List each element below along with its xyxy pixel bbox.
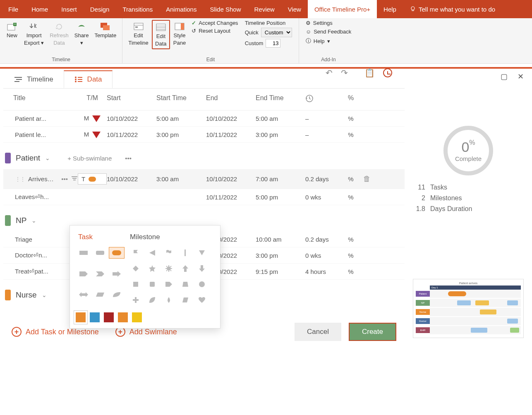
swatch-orange2[interactable] (118, 312, 128, 322)
ribbon-edit-timeline-button[interactable]: Edit Timeline (126, 20, 151, 48)
header-end[interactable]: End (206, 94, 256, 104)
shape-arrow-up[interactable] (177, 263, 193, 274)
shape-tri-down[interactable] (194, 247, 210, 259)
cell-pct[interactable]: % (338, 194, 363, 201)
cell-dur[interactable]: 4 hours (305, 268, 338, 275)
row-more-options[interactable]: ••• (61, 175, 68, 182)
shape-bar-round[interactable] (92, 247, 108, 259)
cell-tm[interactable]: T (78, 173, 107, 185)
table-row[interactable]: Patient le... M 10/11/2022 3:00 pm 10/11… (3, 127, 405, 143)
header-title[interactable]: Title (3, 94, 78, 104)
cell-dur[interactable]: 0 wks (305, 252, 338, 259)
cell-endtime[interactable]: 10:00 am (256, 236, 305, 243)
ribbon-settings[interactable]: ⚙Settings (306, 20, 351, 26)
menu-design[interactable]: Design (84, 0, 116, 18)
table-row[interactable]: ⋮⋮ Arrives⏎a... ••• T 10/10/2022 3:00 am… (3, 169, 405, 189)
header-pct[interactable]: % (338, 94, 363, 104)
shape-star[interactable] (144, 263, 160, 274)
menu-help[interactable]: Help (377, 0, 403, 18)
header-endtime[interactable]: End Time (256, 94, 305, 104)
cell-title[interactable]: Triage (3, 236, 78, 243)
table-row[interactable]: Patient ar... M 10/10/2022 5:00 am 10/10… (3, 110, 405, 127)
shape-drop[interactable] (161, 294, 177, 306)
ribbon-feedback[interactable]: ☺Send Feedback (306, 29, 351, 35)
menu-view[interactable]: View (281, 0, 308, 18)
cell-end[interactable]: 10/11/2022 (206, 131, 256, 138)
cell-endtime[interactable]: 5:00 pm (256, 194, 305, 201)
cell-tm[interactable]: M (78, 115, 107, 122)
ribbon-style-pane-button[interactable]: Style Pane (171, 20, 188, 48)
ribbon-edit-data-button[interactable]: Edit Data (152, 20, 170, 49)
cell-start[interactable]: 10/11/2022 (107, 131, 156, 138)
menu-insert[interactable]: Insert (55, 0, 84, 18)
cell-pct[interactable]: % (338, 115, 363, 122)
ribbon-new-button[interactable]: + New (3, 20, 21, 41)
shape-flag-wave[interactable] (161, 247, 177, 259)
tab-data[interactable]: Data (64, 70, 113, 88)
tm-shape-selector[interactable]: T (78, 173, 107, 185)
undo-icon[interactable]: ↶ (326, 68, 333, 78)
create-button[interactable]: Create (349, 323, 396, 341)
shape-line[interactable] (177, 247, 193, 259)
cell-dur[interactable]: 0 wks (305, 194, 338, 201)
shape-burst[interactable] (161, 263, 177, 274)
filter-icon[interactable] (71, 175, 78, 182)
close-icon[interactable]: ✕ (518, 72, 524, 81)
cell-end[interactable]: 10/10/2022 (206, 175, 256, 182)
menu-transitions[interactable]: Transitions (116, 0, 159, 18)
shape-bar[interactable] (76, 247, 91, 259)
chevron-down-icon[interactable]: ⌄ (42, 292, 47, 298)
cell-endtime[interactable]: 3:00 pm (256, 252, 305, 259)
cell-starttime[interactable]: 3:00 pm (156, 131, 206, 138)
cell-endtime[interactable]: 7:00 am (256, 175, 305, 182)
ribbon-help[interactable]: ⓘHelp ▾ (306, 37, 351, 45)
cell-pct[interactable]: % (338, 268, 363, 275)
cell-end[interactable]: 10/11/2022 (206, 194, 256, 201)
cell-pct[interactable]: % (338, 131, 363, 138)
shape-diamond[interactable] (128, 263, 144, 274)
cell-endtime[interactable]: 5:00 am (256, 115, 305, 122)
shape-square-r[interactable] (144, 278, 160, 290)
table-row[interactable]: Leaves⏎h... 10/11/2022 5:00 pm 0 wks % (3, 189, 405, 205)
drag-handle-icon[interactable]: ⋮⋮ (15, 176, 25, 182)
quick-select[interactable]: Custom (261, 28, 292, 37)
swatch-red[interactable] (104, 312, 114, 322)
shape-heart[interactable] (194, 294, 210, 306)
custom-input[interactable] (266, 39, 280, 48)
more-options[interactable]: ••• (125, 155, 132, 162)
shape-arrow-both[interactable] (76, 289, 91, 300)
shape-plus[interactable] (128, 294, 144, 306)
ribbon-template-button[interactable]: Template (92, 20, 119, 41)
clipboard-icon[interactable]: 📋 (364, 68, 375, 78)
delete-row-icon[interactable]: 🗑 (363, 175, 371, 183)
shape-arrow-bold[interactable] (109, 268, 125, 280)
shape-flag[interactable] (128, 247, 144, 259)
header-duration-icon[interactable] (305, 94, 338, 104)
cell-pct[interactable]: % (338, 175, 363, 182)
header-tm[interactable]: T/M (78, 94, 107, 104)
cell-title[interactable]: Treat⏎pat... (3, 268, 78, 275)
ribbon-accept-changes[interactable]: ✓Accept Changes (192, 20, 238, 26)
redo-icon[interactable]: ↷ (341, 68, 348, 78)
cell-title[interactable]: Doctor⏎n... (3, 252, 78, 259)
cell-starttime[interactable]: 5:00 am (156, 115, 206, 122)
header-start[interactable]: Start (107, 94, 156, 104)
cell-dur[interactable]: 0.2 days (305, 236, 338, 243)
cell-dur[interactable]: – (305, 131, 338, 138)
swimlane-header-patient[interactable]: Patient ⌄ + Sub-swimlane ••• (3, 143, 405, 169)
menu-review[interactable]: Review (247, 0, 281, 18)
maximize-icon[interactable]: ▢ (501, 72, 508, 81)
shape-pentagon-r[interactable] (161, 278, 177, 290)
shape-chevron[interactable] (92, 268, 108, 280)
cell-title[interactable]: Arrives⏎a... (28, 175, 58, 183)
cell-endtime[interactable]: 9:15 pm (256, 268, 305, 275)
cell-start[interactable]: 10/10/2022 (107, 175, 156, 182)
cancel-button[interactable]: Cancel (295, 323, 341, 341)
tab-timeline[interactable]: Timeline (3, 70, 64, 88)
menu-slideshow[interactable]: Slide Show (203, 0, 247, 18)
shape-leaf-r[interactable] (144, 294, 160, 306)
cell-pct[interactable]: % (338, 252, 363, 259)
shape-trapezoid[interactable] (177, 278, 193, 290)
shape-tri-left[interactable] (144, 247, 160, 259)
tell-me-search[interactable]: Tell me what you want to do (403, 0, 502, 18)
